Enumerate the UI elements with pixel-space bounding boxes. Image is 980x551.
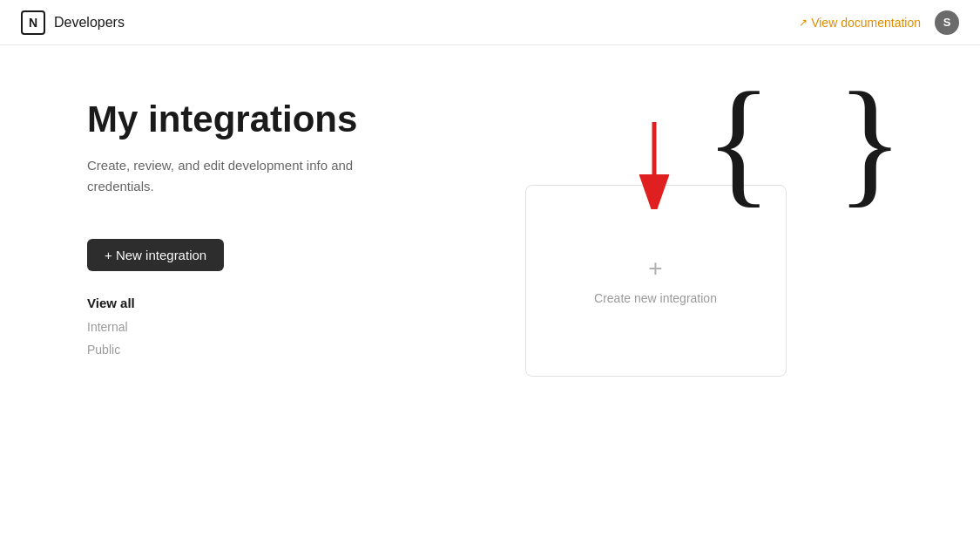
app-header: N Developers ↗ View documentation S	[0, 0, 980, 45]
header-right: ↗ View documentation S	[799, 10, 959, 35]
notion-logo: N	[21, 10, 45, 35]
app-title: Developers	[54, 15, 125, 31]
main-content: My integrations Create, review, and edit…	[0, 45, 980, 377]
header-left: N Developers	[21, 10, 125, 35]
nav-item-public[interactable]: Public	[87, 340, 456, 359]
user-initial: S	[943, 16, 951, 29]
sidebar-nav: + New integration View all Internal Publ…	[87, 239, 456, 359]
nav-item-view-all[interactable]: View all	[87, 292, 456, 314]
user-avatar[interactable]: S	[935, 10, 959, 35]
external-link-icon: ↗	[799, 17, 808, 29]
right-section: + Create new integration { }	[525, 98, 894, 377]
view-docs-label: View documentation	[811, 16, 921, 30]
create-integration-card[interactable]: + Create new integration	[525, 185, 787, 377]
create-integration-label: Create new integration	[594, 291, 717, 305]
new-integration-button[interactable]: + New integration	[87, 239, 224, 271]
nav-item-internal[interactable]: Internal	[87, 317, 456, 337]
nav-section: View all Internal Public	[87, 292, 456, 359]
page-title: My integrations	[87, 98, 456, 141]
logo-letter: N	[29, 16, 37, 30]
view-docs-link[interactable]: ↗ View documentation	[799, 16, 921, 30]
page-description: Create, review, and edit development inf…	[87, 155, 383, 197]
close-brace: }	[836, 64, 910, 219]
plus-icon: +	[648, 256, 662, 281]
left-section: My integrations Create, review, and edit…	[87, 98, 456, 377]
